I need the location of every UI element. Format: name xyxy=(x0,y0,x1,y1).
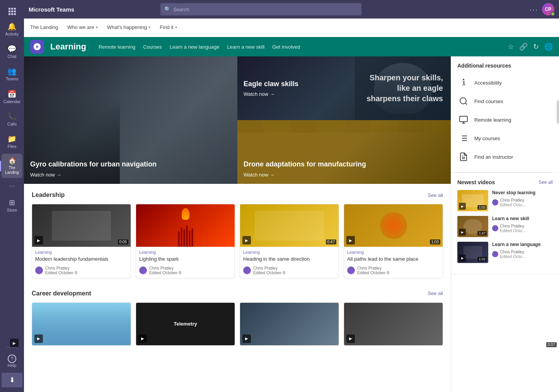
star-icon[interactable]: ☆ xyxy=(508,42,514,51)
sidebar-item-help[interactable]: ? Help xyxy=(2,351,22,371)
video-card-leadership-2[interactable]: ▶ 0:07 Learning Lighting the spark Chris… xyxy=(136,204,235,278)
resource-item-find-courses[interactable]: Find courses xyxy=(457,92,553,110)
hero-watch-drone[interactable]: Watch now → xyxy=(244,172,445,178)
globe-icon[interactable]: 🌐 xyxy=(544,42,553,51)
video-thumb-2 xyxy=(136,204,235,247)
sidebar-item-label: Chat xyxy=(7,54,16,59)
video-card-career-2[interactable]: Telemetry ▶ xyxy=(136,302,235,346)
section-title-leadership: Leadership xyxy=(32,192,65,199)
resource-item-accessibility[interactable]: Accessibility xyxy=(457,73,553,92)
newest-author: Chris Pratley Edited Octo... xyxy=(492,224,553,233)
video-duration: 1:02 xyxy=(477,205,487,210)
sidebar-item-the-landing[interactable]: 🏠 The Landing xyxy=(2,154,22,178)
hero-item-eagle[interactable]: Eagle claw skills Watch now → xyxy=(237,56,451,120)
scrollbar-thumb[interactable] xyxy=(557,100,559,124)
landing-icon: 🏠 xyxy=(8,157,16,165)
sidebar-item-files[interactable]: 📁 Files xyxy=(2,131,22,152)
sidebar-item-download[interactable]: ⬇ xyxy=(2,373,22,387)
play-button[interactable]: ▶ xyxy=(138,334,147,343)
sidebar-item-more[interactable]: ··· xyxy=(2,180,22,193)
author-info: Chris Pratley Edited October 8 xyxy=(357,266,389,275)
card-tag: Learning xyxy=(35,250,128,255)
hero-item-drone[interactable]: Drone adaptations for manufacturing Watc… xyxy=(237,120,451,184)
chevron-down-icon: ▾ xyxy=(175,25,177,29)
video-card-leadership-3[interactable]: ▶ 0:47 Learning Heading in the same dire… xyxy=(240,204,339,278)
app-title: Microsoft Teams xyxy=(29,6,74,13)
author-info: Chris Pratley Edited October 8 xyxy=(45,266,77,275)
card-author: Chris Pratley Edited October 8 xyxy=(347,266,440,275)
play-button[interactable]: ▶ xyxy=(459,203,466,210)
sidebar-item-activity[interactable]: 🔔 Activity xyxy=(2,19,22,40)
newest-video-3[interactable]: ▶ 1:02 Learn a new language Chris Pratle… xyxy=(457,242,553,263)
resource-item-my-courses[interactable]: My courses xyxy=(457,129,553,148)
play-button[interactable]: ▶ xyxy=(34,334,43,343)
career-see-all[interactable]: See all xyxy=(428,290,443,296)
video-thumb-career-1: ▶ xyxy=(32,303,131,345)
sidebar-item-store[interactable]: ⊞ Store xyxy=(2,195,22,216)
hero-watch-eagle[interactable]: Watch now → xyxy=(244,91,349,97)
activity-icon: 🔔 xyxy=(7,22,17,31)
link-icon[interactable]: 🔗 xyxy=(519,42,528,51)
play-button[interactable]: ▶ xyxy=(346,334,355,343)
sidebar-item-calls[interactable]: 📞 Calls xyxy=(2,109,22,130)
video-card-career-4[interactable]: ▶ xyxy=(344,302,443,346)
play-button[interactable]: ▶ xyxy=(242,236,251,244)
card-title: Lighting the spark xyxy=(139,256,232,263)
svg-rect-3 xyxy=(460,116,467,122)
card-body: Learning Modern leadership fundamentals … xyxy=(32,247,131,278)
help-icon: ? xyxy=(8,355,16,363)
resource-item-find-instructor[interactable]: Find an instructor xyxy=(457,148,553,166)
newest-video-2[interactable]: ▶ 1:47 Learn a new skill Chris Pratley E… xyxy=(457,216,553,237)
newest-see-all[interactable]: See all xyxy=(539,180,553,185)
card-title: Modern leadership fundamentals xyxy=(35,256,128,263)
learning-nav-courses[interactable]: Courses xyxy=(143,42,162,51)
card-title: Heading in the same direction xyxy=(243,256,336,263)
learning-nav-involved[interactable]: Get involved xyxy=(272,42,300,51)
resource-label: Find an instructor xyxy=(474,154,513,160)
author-avatar xyxy=(347,266,355,274)
channel-nav-item-who[interactable]: Who we are ▾ xyxy=(67,23,97,32)
find-courses-icon xyxy=(457,95,470,107)
video-card-career-3[interactable]: ▶ xyxy=(240,302,339,346)
sidebar-item-teams[interactable]: 👥 Teams xyxy=(2,64,22,85)
learning-nav-remote[interactable]: Remote learning xyxy=(99,42,135,51)
refresh-icon[interactable]: ↻ xyxy=(533,42,539,51)
section-header-leadership: Leadership See all xyxy=(32,192,443,199)
hero-item-gyro[interactable]: Gyro calibrations for urban navigation W… xyxy=(24,56,237,184)
play-button[interactable]: ▶ xyxy=(346,236,355,244)
sidebar-item-label: Files xyxy=(7,144,16,149)
play-button[interactable]: ▶ xyxy=(459,229,466,236)
resource-label: Accessibility xyxy=(474,80,502,86)
sidebar-item-waffle[interactable] xyxy=(2,4,22,17)
user-avatar[interactable]: CP xyxy=(542,3,554,15)
svg-line-2 xyxy=(465,103,467,105)
play-button[interactable]: ▶ xyxy=(34,236,43,244)
video-card-career-1[interactable]: ▶ xyxy=(32,302,131,346)
video-card-leadership-1[interactable]: ▶ 0:05 Learning Modern leadership fundam… xyxy=(32,204,131,278)
channel-nav-item-landing[interactable]: The Landing xyxy=(30,23,58,32)
leadership-see-all[interactable]: See all xyxy=(428,192,443,198)
learning-nav-language[interactable]: Learn a new language xyxy=(170,42,220,51)
video-card-leadership-4[interactable]: ▶ 1:03 Learning All paths lead to the sa… xyxy=(344,204,443,278)
play-button[interactable]: ▶ xyxy=(242,334,251,343)
sidebar-item-calendar[interactable]: 📅 Calendar xyxy=(2,87,22,107)
video-thumb-1: ▶ 0:05 xyxy=(32,204,131,247)
search-bar[interactable]: 🔍 xyxy=(160,3,361,15)
channel-nav-item-find[interactable]: Find it ▾ xyxy=(160,23,177,32)
my-courses-icon xyxy=(457,132,470,144)
learning-nav-skill[interactable]: Learn a new skill xyxy=(227,42,264,51)
channel-nav-item-happening[interactable]: What's happening ▾ xyxy=(107,23,151,32)
hero-watch-gyro[interactable]: Watch now → xyxy=(30,172,231,178)
resource-label: Find courses xyxy=(474,98,503,104)
resource-item-remote-learning[interactable]: Remote learning xyxy=(457,110,553,129)
main-area: Microsoft Teams 🔍 ··· CP The Landing Who… xyxy=(24,0,559,392)
download-icon: ⬇ xyxy=(9,376,15,384)
more-options-button[interactable]: ··· xyxy=(529,5,538,14)
search-input[interactable] xyxy=(173,7,358,12)
sidebar-item-chat[interactable]: 💬 Chat xyxy=(2,41,22,62)
card-body: Learning All paths lead to the same plac… xyxy=(344,247,443,278)
newest-video-1[interactable]: ▶ 1:02 Never stop learning Chris Pratley… xyxy=(457,190,553,211)
play-button[interactable]: ▶ xyxy=(459,255,466,261)
right-panel: Additional resources Accessibility Find xyxy=(451,56,559,392)
hero-eagle-text: Sharpen your skills, like an eagle sharp… xyxy=(363,73,443,104)
